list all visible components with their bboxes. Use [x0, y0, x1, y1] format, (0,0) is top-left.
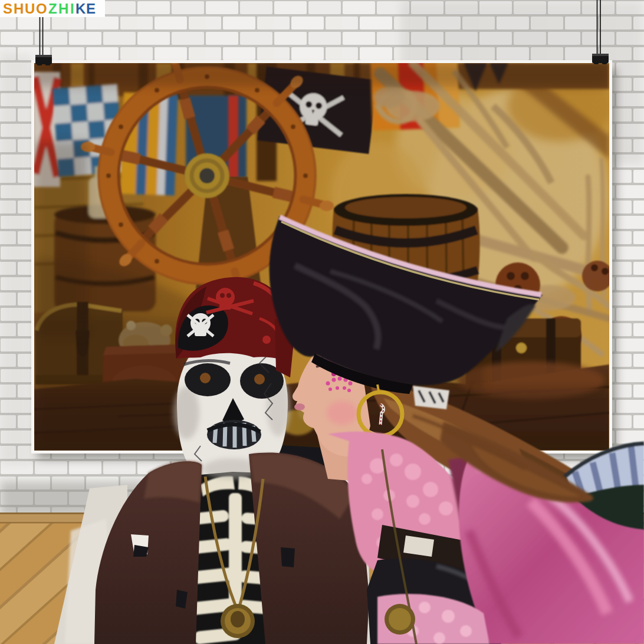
- svg-text:Z: Z: [48, 1, 57, 17]
- svg-text:E: E: [86, 1, 96, 17]
- svg-text:H: H: [14, 1, 24, 17]
- svg-text:I: I: [70, 1, 74, 17]
- svg-text:H: H: [58, 1, 68, 17]
- svg-text:U: U: [25, 1, 35, 17]
- svg-text:S: S: [3, 1, 12, 17]
- svg-text:K: K: [75, 1, 86, 17]
- svg-text:O: O: [36, 1, 47, 17]
